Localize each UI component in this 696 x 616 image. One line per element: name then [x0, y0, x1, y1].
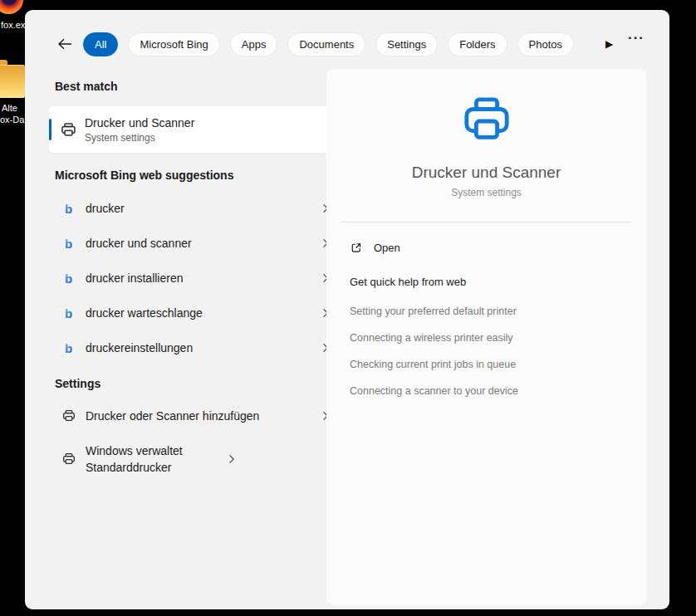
bing-icon: b [62, 202, 76, 215]
ellipsis-icon: ··· [628, 30, 645, 46]
best-match-title: Drucker und Scanner [85, 115, 194, 131]
bing-icon: b [62, 271, 76, 285]
open-label: Open [374, 242, 400, 254]
bing-icon: b [62, 237, 76, 250]
settings-results-list: Drucker oder Scanner hinzufügen Windows … [48, 398, 344, 485]
more-tabs-button[interactable]: ▶ [604, 37, 615, 51]
svg-text:b: b [65, 271, 72, 285]
back-button[interactable] [56, 36, 73, 52]
settings-result-add-printer[interactable]: Drucker oder Scanner hinzufügen [48, 398, 344, 433]
tab-all[interactable]: All [83, 32, 118, 56]
best-match-heading: Best match [55, 80, 117, 93]
tab-settings[interactable]: Settings [375, 32, 438, 56]
chevron-right-icon [227, 454, 237, 464]
triangle-right-icon: ▶ [605, 38, 613, 50]
preview-subtitle: System settings [326, 187, 646, 198]
tab-apps[interactable]: Apps [230, 32, 278, 56]
tab-microsoft-bing[interactable]: Microsoft Bing [128, 32, 219, 56]
suggestion-text: drucker [86, 200, 321, 217]
selection-accent-bar [49, 119, 51, 140]
bing-suggestion-drucker-und-scanner[interactable]: b drucker und scanner [48, 226, 344, 261]
result-preview-panel: Drucker und Scanner System settings Open… [326, 69, 646, 605]
folder-shortcut-label-line2: ox-Da [0, 115, 24, 125]
svg-text:b: b [65, 237, 72, 250]
suggestion-text: drucker und scanner [86, 235, 321, 252]
help-link-wireless-printer[interactable]: Connecting a wireless printer easily [350, 325, 630, 351]
bing-suggestion-druckereinstellungen[interactable]: b druckereinstellungen [48, 330, 344, 365]
printer-hero-icon [461, 96, 512, 146]
suggestion-text: druckereinstellungen [86, 340, 321, 356]
suggestion-text: drucker warteschlange [86, 305, 321, 321]
tab-folders[interactable]: Folders [448, 32, 507, 56]
preview-title: Drucker und Scanner [326, 163, 646, 183]
back-arrow-icon [57, 38, 72, 50]
folder-shortcut-label-line1: Alte [2, 103, 17, 113]
svg-text:b: b [65, 306, 72, 320]
bing-icon: b [62, 306, 76, 320]
quick-help-heading: Get quick help from web [350, 276, 466, 288]
search-flyout-window: All Microsoft Bing Apps Documents Settin… [25, 10, 669, 609]
options-menu-button[interactable]: ··· [628, 30, 645, 46]
firefox-shortcut-label: fox.ex [1, 20, 25, 30]
open-action[interactable]: Open [340, 234, 506, 261]
search-filter-tabbar: All Microsoft Bing Apps Documents Settin… [25, 32, 669, 56]
bing-suggestions-heading: Microsoft Bing web suggestions [55, 169, 233, 182]
settings-result-default-printer[interactable]: Windows verwaltet Standarddrucker [48, 433, 344, 485]
bing-suggestion-drucker-installieren[interactable]: b drucker installieren [48, 261, 344, 296]
tab-photos[interactable]: Photos [517, 32, 574, 56]
best-match-subtitle: System settings [85, 131, 194, 144]
suggestion-text: drucker installieren [86, 270, 321, 286]
bing-suggestions-list: b drucker b drucker und scanner b drucke… [48, 191, 344, 365]
svg-text:b: b [65, 341, 72, 354]
folder-body [0, 65, 25, 98]
help-link-default-printer[interactable]: Setting your preferred default printer [350, 298, 630, 325]
quick-help-list: Setting your preferred default printer C… [350, 298, 630, 404]
printer-icon [62, 409, 76, 423]
setting-text: Windows verwaltet Standarddrucker [86, 442, 227, 476]
printer-icon [62, 452, 76, 466]
printer-icon [61, 122, 76, 138]
bing-suggestion-drucker-warteschlange[interactable]: b drucker warteschlange [48, 296, 344, 330]
folder-shortcut-icon[interactable] [0, 60, 25, 98]
open-external-icon [350, 242, 362, 254]
best-match-result[interactable]: Drucker und Scanner System settings [48, 105, 344, 154]
firefox-shortcut-icon[interactable] [0, 0, 23, 14]
settings-section-heading: Settings [55, 377, 100, 390]
bing-suggestion-drucker[interactable]: b drucker [48, 191, 344, 226]
setting-text: Drucker oder Scanner hinzufügen [86, 408, 321, 424]
help-link-print-jobs[interactable]: Checking current print jobs in queue [350, 351, 630, 378]
bing-icon: b [62, 341, 76, 354]
svg-text:b: b [65, 202, 72, 215]
divider [341, 222, 631, 222]
tab-documents[interactable]: Documents [287, 32, 365, 56]
help-link-scanner[interactable]: Connecting a scanner to your device [350, 378, 630, 404]
